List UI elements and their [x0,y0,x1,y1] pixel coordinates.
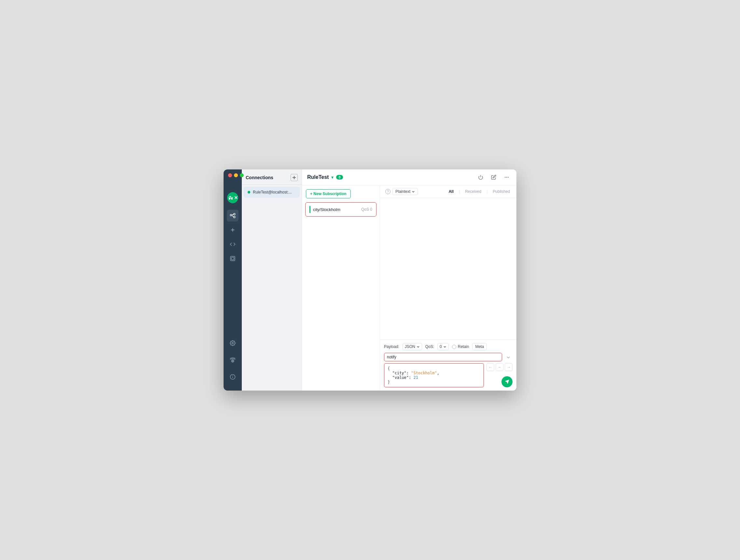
payload-label: Payload: [384,344,399,349]
svg-point-21 [507,177,508,178]
qos-select[interactable]: 0 [437,343,449,350]
sidebar-item-connections[interactable] [227,210,239,221]
connection-title: RuleTest [307,174,329,180]
svg-rect-3 [234,216,235,218]
payload-editor[interactable]: { "city": "Stockholm", "value": 21 } [384,363,484,387]
payload-line: "value": 21 [388,375,480,380]
retain-radio [452,345,456,349]
sidebar-item-benchmark[interactable] [227,253,239,264]
meta-button[interactable]: Meta [472,343,487,350]
svg-point-12 [233,361,233,362]
payload-format-select[interactable]: JSON [402,343,422,350]
filter-tab-published[interactable]: Published [491,189,511,195]
new-subscription-button[interactable]: + New Subscription [306,189,351,198]
filter-tab-received[interactable]: Received [464,189,483,195]
send-button[interactable] [501,376,513,387]
add-connection-button[interactable] [291,174,298,181]
svg-rect-9 [232,257,234,260]
sidebar-item-settings[interactable] [227,337,239,349]
publish-area: Payload: JSON QoS: 0 [380,340,517,390]
edit-button[interactable] [489,173,498,182]
message-count-badge: 0 [336,175,343,180]
app-logo: ✕ ✕ [227,192,238,203]
connections-title: Connections [246,175,273,180]
sidebar-item-scripts[interactable] [227,238,239,250]
messages-topbar: ? Plaintext All | Received | Pu [380,185,517,198]
format-label: Plaintext [395,189,410,194]
minimize-button[interactable] [234,173,238,177]
connections-panel: Connections RuleTest@localhost:... [242,170,302,390]
qos-label: QoS: [425,344,434,349]
svg-rect-8 [230,256,235,261]
connection-name: RuleTest@localhost:... [253,190,292,195]
qos-value: 0 [440,344,442,349]
connection-item[interactable]: RuleTest@localhost:... [244,187,300,198]
subscription-topic: city/Stockholm [313,207,340,212]
svg-line-5 [232,215,234,217]
subscription-item[interactable]: city/Stockholm QoS 0 [305,202,376,217]
sidebar-item-add[interactable] [227,224,239,236]
topic-input[interactable]: notify [384,353,502,361]
svg-line-4 [232,214,234,215]
payload-prev-button[interactable]: ← [486,363,494,371]
payload-line: { [388,366,480,371]
payload-clear-button[interactable]: − [495,363,503,371]
more-button[interactable] [502,173,511,182]
retain-toggle[interactable]: Retain [452,344,469,349]
help-icon[interactable]: ? [385,189,390,194]
subscription-indicator [309,206,310,213]
power-button[interactable] [476,173,485,182]
topic-value: notify [387,355,396,359]
payload-line: } [388,380,480,384]
messages-list [380,198,517,340]
filter-tab-all[interactable]: All [448,189,455,195]
payload-format-value: JSON [405,344,415,349]
svg-point-20 [506,177,507,178]
subscription-qos: QoS 0 [361,207,372,212]
payload-line: "city": "Stockholm", [388,371,480,375]
chevron-down-icon[interactable]: ▾ [331,175,334,180]
connection-status-dot [248,191,250,194]
svg-rect-2 [234,213,235,215]
messages-panel: ? Plaintext All | Received | Pu [380,185,517,390]
svg-text:✕: ✕ [228,197,231,200]
close-button[interactable] [228,173,232,177]
sidebar: ✕ ✕ [223,170,242,390]
payload-next-button[interactable]: → [505,363,513,371]
subscriptions-panel: + New Subscription city/Stockholm QoS 0 [302,185,380,390]
body-split: + New Subscription city/Stockholm QoS 0 … [302,185,517,390]
svg-point-10 [232,342,234,344]
topbar: RuleTest ▾ 0 [302,170,517,185]
sidebar-item-log[interactable] [227,354,239,366]
retain-label: Retain [458,344,469,349]
traffic-lights [228,173,244,177]
payload-actions: ← − → [486,363,513,387]
svg-rect-1 [230,214,232,216]
format-selector[interactable]: Plaintext [392,188,418,195]
payload-nav-buttons: ← − → [486,363,513,371]
svg-point-11 [232,360,234,362]
maximize-button[interactable] [240,173,244,177]
main-content: RuleTest ▾ 0 [302,170,517,390]
message-filter-tabs: All | Received | Published [448,189,511,195]
payload-collapse-button[interactable] [504,353,513,361]
sidebar-item-about[interactable] [227,371,239,383]
svg-point-19 [505,177,506,178]
